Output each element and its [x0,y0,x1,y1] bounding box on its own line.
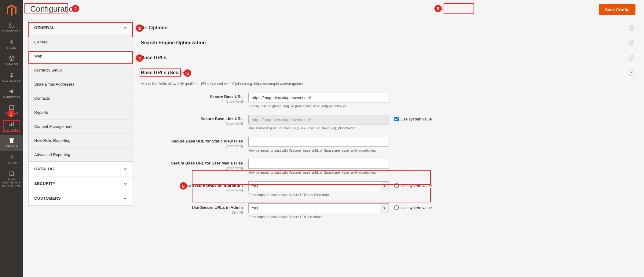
chevron-down-icon [123,182,127,186]
section-note: Any of the fields allow fully qualified … [141,82,634,86]
dropdown-arrow-icon: ▾ [380,204,389,213]
tab-group-catalog[interactable]: CATALOG [29,162,133,176]
tab-item-general[interactable]: General [29,35,133,49]
nav-sales[interactable]: $SALES [0,36,23,53]
svg-text:$: $ [10,39,13,44]
tab-group-general-items: General Web Currency Setup Store Email A… [29,35,133,162]
nav-stores[interactable]: STORES [0,135,23,151]
save-config-button[interactable]: Save Config [599,4,635,15]
expand-icon [629,25,634,31]
use-system-value-checkbox[interactable]: Use system value [389,181,432,188]
svg-rect-5 [13,122,13,126]
chevron-up-icon [123,26,127,30]
nav-content[interactable]: CONTENT [0,102,23,118]
svg-rect-7 [10,172,13,175]
secure-admin-select[interactable]: Yes ▾ [248,203,389,213]
tab-item-contacts[interactable]: Contacts [29,91,133,105]
nav-catalog[interactable]: CATALOG [0,53,23,69]
settings-panel: Url Options Search Engine Optimization B… [140,20,635,233]
field-secure-media: Secure Base URL for User Media Files [st… [141,159,634,175]
use-system-value-checkbox[interactable]: Use system value [389,203,432,210]
field-secure-storefront: Use Secure URLs on Storefront [store vie… [141,181,634,197]
tab-item-content-mgmt[interactable]: Content Management [29,120,133,134]
svg-rect-3 [9,124,10,126]
tab-item-newrelic[interactable]: New Relic Reporting [29,134,133,148]
section-base-urls-secure[interactable]: Base URLs (Secure) [140,65,635,80]
config-tabs: GENERAL General Web Currency Setup Store… [28,20,133,206]
tab-item-web[interactable]: Web [29,49,133,63]
section-seo[interactable]: Search Engine Optimization [140,35,635,50]
nav-customers[interactable]: CUSTOMERS [0,69,23,86]
secure-media-url-input[interactable] [248,159,389,169]
expand-icon [629,40,634,46]
use-system-value-checkbox[interactable]: Use system value [389,115,432,121]
gauge-icon [8,22,15,29]
megaphone-icon [8,88,15,95]
dropdown-arrow-icon: ▾ [380,182,389,191]
secure-storefront-select[interactable]: Yes ▾ [248,181,389,191]
nav-marketing[interactable]: MARKETING [0,86,23,102]
tab-group-customers[interactable]: CUSTOMERS [29,191,133,205]
tab-item-store-email[interactable]: Store Email Addresses [29,77,133,91]
nav-reports[interactable]: REPORTS [0,118,23,135]
svg-point-1 [11,73,13,75]
field-secure-base-link-url: Secure Base Link URL [store view] May st… [141,115,634,131]
puzzle-icon [8,170,15,177]
chevron-down-icon [123,197,127,200]
svg-rect-2 [9,106,14,110]
layout-icon [8,104,15,111]
secure-base-link-url-input [248,115,389,124]
store-icon [8,137,15,144]
svg-point-6 [11,157,12,158]
chevron-down-icon [123,167,127,171]
gear-icon [8,154,15,161]
tab-item-reports[interactable]: Reports [29,105,133,120]
tab-group-general[interactable]: GENERAL [29,20,133,35]
collapse-icon [629,70,634,76]
tab-item-adv-reporting[interactable]: Advanced Reporting [29,148,133,161]
admin-sidebar: DASHBOARD $SALES CATALOG CUSTOMERS MARKE… [0,0,23,277]
section-url-options[interactable]: Url Options [140,20,635,35]
field-secure-base-url: Secure Base URL [store view] Specify URL… [141,93,634,109]
magento-logo[interactable] [5,4,18,17]
field-secure-admin: Use Secure URLs in Admin [global] Yes ▾ … [141,203,634,219]
main-content: Configuration Save Config GENERAL Genera… [23,0,644,277]
box-icon [8,55,15,62]
nav-dashboard[interactable]: DASHBOARD [0,20,23,36]
page-title: Configuration [28,4,79,14]
field-secure-static: Secure Base URL for Static View Files [s… [141,137,634,153]
section-base-urls[interactable]: Base URLs [140,50,635,65]
nav-partners[interactable]: FIND PARTNERS & EXTENSIONS [0,168,23,190]
svg-rect-4 [11,123,12,126]
tab-group-security[interactable]: SECURITY [29,176,133,191]
expand-icon [629,55,634,61]
secure-base-url-input[interactable] [248,93,389,102]
nav-system[interactable]: SYSTEM [0,151,23,168]
chart-icon [8,121,15,127]
person-icon [8,72,15,78]
tab-item-currency[interactable]: Currency Setup [29,63,133,77]
dollar-icon: $ [8,39,15,45]
secure-static-url-input[interactable] [248,137,389,147]
